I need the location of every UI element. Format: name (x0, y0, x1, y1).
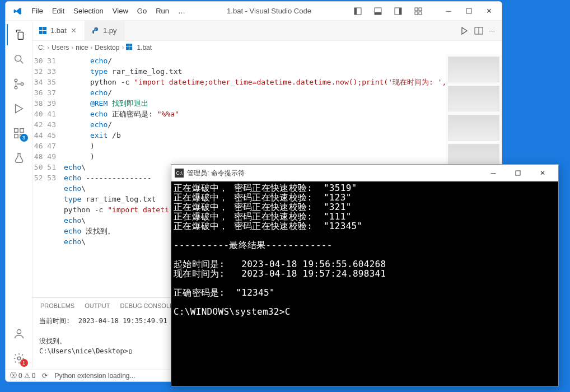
svg-rect-10 (466, 8, 471, 13)
accounts-icon[interactable] (7, 323, 31, 344)
tab-1-bat[interactable]: 1.bat✕ (32, 21, 85, 40)
svg-point-19 (17, 330, 21, 334)
extensions-badge: 3 (20, 134, 28, 142)
testing-icon[interactable] (7, 147, 31, 169)
more-actions-icon[interactable]: ··· (489, 26, 495, 35)
minimize-button[interactable]: ─ (439, 4, 458, 18)
menu-edit[interactable]: Edit (48, 4, 69, 17)
svg-rect-27 (126, 44, 129, 46)
status-loading-icon: ⟳ (42, 372, 48, 380)
close-button[interactable]: ✕ (479, 4, 498, 18)
windows-icon (39, 27, 47, 35)
editor-tabs: 1.bat✕1.py ··· (32, 21, 502, 41)
activity-bar: 3 1 (6, 21, 32, 369)
status-loading-text: Python extension loading... (54, 372, 135, 380)
svg-rect-1 (354, 8, 357, 15)
chevron-right-icon: › (90, 44, 92, 52)
svg-point-11 (15, 55, 21, 62)
chevron-right-icon: › (47, 44, 49, 52)
panel-tab-debug-console[interactable]: DEBUG CONSOLE (120, 302, 174, 309)
layout-right-icon[interactable] (389, 4, 408, 18)
svg-rect-22 (43, 27, 46, 30)
settings-gear-icon[interactable]: 1 (7, 348, 31, 369)
svg-rect-28 (129, 44, 132, 46)
window-title: 1.bat - Visual Studio Code (190, 7, 348, 15)
svg-point-12 (15, 79, 17, 82)
python-icon (92, 27, 100, 35)
svg-point-13 (15, 86, 17, 89)
breadcrumb-segment[interactable]: Users (52, 44, 69, 52)
layout-left-icon[interactable] (348, 4, 367, 18)
titlebar: FileEditSelectionViewGoRun… 1.bat - Visu… (6, 2, 502, 21)
menu-…[interactable]: … (174, 4, 190, 17)
cmd-icon: C:\ (175, 169, 184, 178)
search-icon[interactable] (7, 49, 31, 70)
windows-icon (126, 44, 134, 52)
svg-rect-23 (39, 31, 43, 34)
panel-tab-problems[interactable]: PROBLEMS (40, 302, 74, 309)
svg-point-25 (94, 28, 95, 29)
breadcrumb-segment[interactable]: C: (38, 44, 45, 52)
svg-rect-3 (375, 12, 381, 15)
svg-rect-15 (14, 129, 17, 132)
vscode-logo-icon (13, 7, 22, 16)
breadcrumb[interactable]: C:›Users›nice›Desktop›1.bat (32, 41, 502, 54)
tab-label: 1.bat (50, 26, 67, 35)
svg-rect-8 (415, 12, 418, 15)
cmd-title-text: 管理员: 命令提示符 (187, 169, 245, 178)
svg-rect-24 (43, 31, 46, 34)
svg-rect-29 (126, 47, 129, 50)
status-errors[interactable]: ⓧ 0 ⚠ 0 (10, 371, 35, 380)
svg-rect-9 (419, 12, 422, 15)
svg-rect-5 (399, 8, 401, 15)
cmd-output[interactable]: 正在爆破中， 密码正在快速校验: "3519" 正在爆破中， 密码正在快速校验:… (171, 181, 558, 386)
panel-tab-output[interactable]: OUTPUT (85, 302, 110, 309)
breadcrumb-segment[interactable]: nice (76, 44, 88, 52)
svg-rect-7 (419, 8, 422, 11)
line-numbers: 30 31 32 33 34 35 36 37 38 39 40 41 42 4… (32, 54, 64, 297)
tab-close-icon[interactable]: ✕ (70, 27, 78, 35)
layout-grid-icon[interactable] (409, 4, 428, 18)
chevron-right-icon: › (71, 44, 73, 52)
cmd-window: C:\ 管理员: 命令提示符 ─ ✕ 正在爆破中， 密码正在快速校验: "351… (171, 164, 559, 386)
settings-badge: 1 (20, 359, 28, 367)
svg-rect-16 (14, 134, 17, 138)
svg-rect-21 (39, 27, 43, 30)
breadcrumb-segment[interactable]: Desktop (95, 44, 119, 52)
svg-point-14 (21, 83, 24, 86)
svg-rect-18 (20, 129, 23, 132)
tab-label: 1.py (103, 26, 117, 35)
cmd-minimize-button[interactable]: ─ (481, 165, 506, 181)
svg-point-20 (17, 357, 21, 360)
svg-rect-30 (129, 47, 132, 50)
cmd-close-button[interactable]: ✕ (530, 165, 555, 181)
run-debug-icon[interactable] (7, 98, 31, 119)
run-file-icon[interactable] (460, 26, 469, 35)
cmd-maximize-button[interactable] (506, 165, 530, 181)
cmd-titlebar[interactable]: C:\ 管理员: 命令提示符 ─ ✕ (171, 165, 558, 181)
svg-rect-6 (415, 8, 418, 11)
explorer-icon[interactable] (7, 24, 31, 45)
maximize-button[interactable] (459, 4, 478, 18)
breadcrumb-segment[interactable]: 1.bat (137, 44, 152, 52)
extensions-icon[interactable]: 3 (7, 123, 31, 144)
split-editor-icon[interactable] (474, 26, 483, 35)
menu-selection[interactable]: Selection (69, 4, 108, 17)
svg-rect-31 (516, 171, 520, 175)
chevron-right-icon: › (122, 44, 124, 52)
layout-bottom-icon[interactable] (368, 4, 387, 18)
menu-go[interactable]: Go (133, 4, 151, 17)
menu-run[interactable]: Run (151, 4, 174, 17)
menu-view[interactable]: View (108, 4, 133, 17)
source-control-icon[interactable] (7, 73, 31, 95)
menu-file[interactable]: File (27, 4, 48, 17)
tab-1-py[interactable]: 1.py (85, 21, 124, 40)
